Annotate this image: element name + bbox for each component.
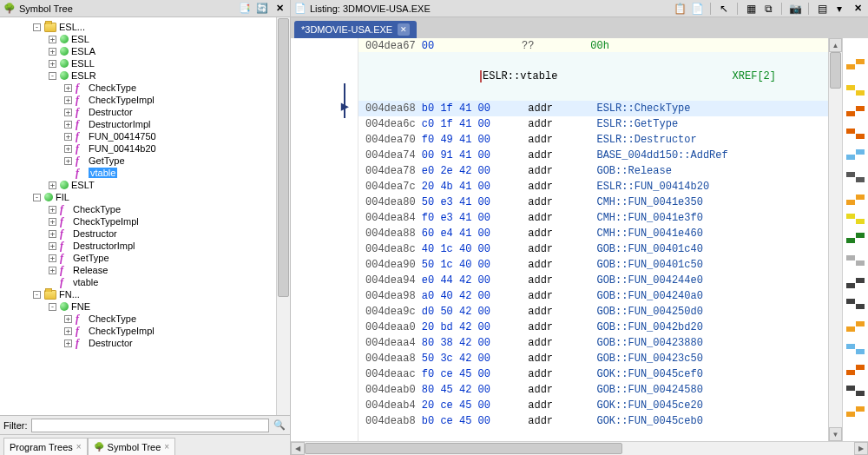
menu-icon[interactable]: ▤	[816, 3, 828, 15]
overview-mark[interactable]	[856, 349, 865, 354]
tree-row[interactable]: -ESL...	[0, 21, 290, 33]
tree-row[interactable]: +fCheckType	[0, 203, 290, 215]
filter-options-button[interactable]: 🔍	[273, 419, 286, 432]
expander-icon[interactable]: -	[33, 194, 41, 201]
listing-scroll-thumb[interactable]	[830, 52, 841, 89]
overview-mark[interactable]	[856, 406, 865, 412]
bottom-tab[interactable]: Program Trees×	[3, 438, 88, 455]
vtable-label[interactable]: ESLR::vtable	[480, 69, 557, 84]
listing-row[interactable]: 004deab0 80 45 42 00 addr GOB::FUN_00424…	[358, 382, 828, 398]
expander-icon[interactable]: +	[49, 242, 56, 250]
tree-row[interactable]: +fCheckTypeImpl	[0, 325, 290, 337]
overview-mark[interactable]	[856, 134, 865, 139]
expander-icon[interactable]: +	[64, 145, 72, 153]
listing-row[interactable]: 004dea90 50 1c 40 00 addr GOB::FUN_00401…	[358, 257, 828, 273]
overview-mark[interactable]	[856, 233, 865, 238]
tree-row[interactable]: -FNE	[0, 300, 290, 313]
listing-row[interactable]: 004dea8c 40 1c 40 00 addr GOB::FUN_00401…	[358, 241, 828, 257]
tree-row[interactable]: +fGetType	[0, 252, 290, 264]
hscroll-thumb[interactable]	[305, 443, 622, 454]
overview-mark[interactable]	[856, 195, 865, 200]
tree-row[interactable]: +fCheckTypeImpl	[0, 215, 290, 228]
expander-icon[interactable]: +	[49, 48, 56, 56]
expander-icon[interactable]: +	[64, 315, 72, 323]
tree-row[interactable]: +ESLL	[0, 57, 290, 69]
overview-mark[interactable]	[846, 200, 855, 205]
overview-mark[interactable]	[846, 172, 855, 177]
listing-row[interactable]: 004deab8 b0 ce 45 00 addr GOK::FUN_0045c…	[358, 413, 828, 429]
expander-icon[interactable]: +	[49, 218, 56, 226]
hscroll-right-arrow[interactable]: ▶	[854, 442, 868, 455]
filter-input[interactable]	[31, 419, 270, 432]
overview-mark[interactable]	[846, 386, 855, 391]
expander-icon[interactable]: +	[49, 230, 56, 238]
expander-icon[interactable]: +	[64, 121, 72, 129]
listing-row[interactable]: 004dea7c 20 4b 41 00 addr ESLR::FUN_0041…	[358, 179, 828, 195]
listing-row[interactable]: 004dea74 00 91 41 00 addr BASE_004dd150:…	[358, 148, 828, 163]
overview-mark[interactable]	[856, 219, 865, 224]
overview-mark[interactable]	[846, 238, 855, 243]
expander-icon[interactable]: +	[49, 181, 56, 189]
overview-mark[interactable]	[856, 365, 865, 370]
overview-mark[interactable]	[846, 85, 855, 90]
bottom-tab[interactable]: 🌳Symbol Tree×	[88, 438, 176, 455]
listing-code[interactable]: 004dea67 00 ?? 00h ESLR::vtable XREF[2] …	[358, 38, 828, 441]
overview-mark[interactable]	[846, 283, 855, 288]
scroll-up-arrow[interactable]: ▲	[829, 38, 842, 52]
scroll-down-arrow[interactable]: ▼	[829, 427, 842, 441]
hscroll-left-arrow[interactable]: ◀	[291, 442, 305, 455]
tree-row[interactable]: +fFUN_00414750	[0, 130, 290, 142]
cursor-icon[interactable]: ↖	[718, 3, 730, 15]
tree-row[interactable]: fvtable	[0, 167, 290, 179]
listing-row[interactable]: 004dea94 e0 44 42 00 addr GOB::FUN_00424…	[358, 273, 828, 288]
tree-row[interactable]: +fCheckType	[0, 82, 290, 94]
tree-scrollbar[interactable]	[276, 17, 290, 415]
tree-scrollbar-thumb[interactable]	[278, 18, 289, 297]
overview-mark[interactable]	[856, 106, 865, 111]
options-button[interactable]: 🔄	[255, 2, 269, 16]
expander-icon[interactable]: +	[64, 84, 72, 92]
listing-close-button[interactable]: ✕	[851, 2, 865, 16]
snapshot-icon[interactable]: 📷	[789, 3, 801, 15]
collapse-button[interactable]: 📑	[238, 2, 252, 16]
tree-row[interactable]: -ESLR	[0, 69, 290, 82]
overview-mark[interactable]	[846, 344, 855, 349]
listing-row[interactable]: 004deaac f0 ce 45 00 addr GOK::FUN_0045c…	[358, 366, 828, 382]
overview-mark[interactable]	[856, 304, 865, 309]
expander-icon[interactable]: +	[49, 254, 56, 262]
tree-row[interactable]: +fCheckTypeImpl	[0, 94, 290, 106]
tree-row[interactable]: +fDestructor	[0, 337, 290, 349]
listing-hscrollbar[interactable]: ◀ ▶	[291, 441, 868, 455]
expander-icon[interactable]: +	[49, 36, 56, 43]
tree-row[interactable]: +fFUN_00414b20	[0, 142, 290, 155]
listing-scrollbar[interactable]: ▲ ▼	[828, 38, 842, 441]
listing-row[interactable]: 004deab4 20 ce 45 00 addr GOK::FUN_0045c…	[358, 398, 828, 413]
overview-mark[interactable]	[856, 149, 865, 155]
fields-icon[interactable]: ▦	[745, 3, 757, 15]
tree-row[interactable]: +fDestructor	[0, 228, 290, 240]
overview-mark[interactable]	[846, 299, 855, 304]
expander-icon[interactable]: +	[64, 327, 72, 335]
tree-row[interactable]: +fGetType	[0, 155, 290, 167]
overview-ruler[interactable]	[842, 38, 868, 441]
expander-icon[interactable]: -	[33, 23, 41, 31]
expander-icon[interactable]: -	[49, 72, 56, 80]
listing-row[interactable]: 004dea78 e0 2e 42 00 addr GOB::Release	[358, 163, 828, 179]
overview-mark[interactable]	[846, 64, 855, 69]
paste-icon[interactable]: 📄	[691, 3, 703, 15]
overview-mark[interactable]	[846, 129, 855, 134]
expander-icon[interactable]: +	[49, 206, 56, 214]
tree-row[interactable]: +fCheckType	[0, 313, 290, 325]
overview-mark[interactable]	[846, 111, 855, 116]
tree-row[interactable]: +fDestructor	[0, 106, 290, 118]
overview-mark[interactable]	[846, 370, 855, 375]
listing-row[interactable]: 004dea80 50 e3 41 00 addr CMH::FUN_0041e…	[358, 195, 828, 210]
listing-row[interactable]: 004deaa8 50 3c 42 00 addr GOB::FUN_00423…	[358, 351, 828, 366]
code-tab-close[interactable]: ✕	[398, 23, 410, 36]
listing-row[interactable]: 004dea9c d0 50 42 00 addr GOB::FUN_00425…	[358, 304, 828, 320]
overview-mark[interactable]	[856, 391, 865, 396]
expander-icon[interactable]: +	[64, 133, 72, 141]
overview-mark[interactable]	[846, 214, 855, 219]
expander-icon[interactable]: -	[33, 291, 41, 299]
expander-icon[interactable]: +	[64, 109, 72, 116]
